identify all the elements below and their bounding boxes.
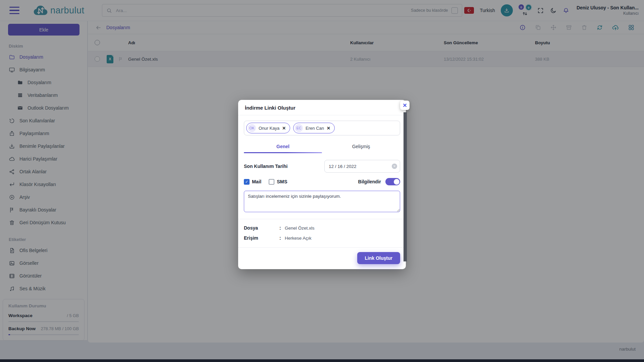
modal-title: İndirme Linki Oluştur xyxy=(238,100,406,115)
clear-date-icon[interactable]: ✕ xyxy=(392,164,397,169)
file-label: Dosya xyxy=(244,225,279,231)
check-icon: ✓ xyxy=(245,180,248,184)
expiry-date-label: Son Kullanım Tarihi xyxy=(244,164,287,169)
modal-tabs: Genel Gelişmiş xyxy=(244,141,400,153)
create-link-button[interactable]: Link Oluştur xyxy=(357,252,400,264)
remove-recipient-icon[interactable]: ✕ xyxy=(282,126,286,131)
recipient-chip: EC Eren Can ✕ xyxy=(293,123,335,133)
divider xyxy=(238,219,406,219)
tab-gelismis[interactable]: Gelişmiş xyxy=(322,141,400,153)
notify-toggle[interactable] xyxy=(385,178,400,185)
modal-scrollbar[interactable] xyxy=(404,112,407,261)
avatar: OK xyxy=(248,124,256,132)
message-textarea[interactable]: Satışları incelemeniz için sizinle payla… xyxy=(244,191,400,212)
sms-checkbox[interactable] xyxy=(269,179,274,185)
access-label: Erişim xyxy=(244,235,279,241)
tab-genel[interactable]: Genel xyxy=(244,141,322,153)
close-icon[interactable]: ✕ xyxy=(400,101,410,110)
mail-checkbox[interactable]: ✓ xyxy=(244,179,250,185)
access-value: Herkese Açık xyxy=(285,236,400,241)
expiry-date-field: ✕ xyxy=(324,160,400,173)
colon-separator: : xyxy=(279,225,285,231)
colon-separator: : xyxy=(279,235,285,241)
recipient-chip: OK Onur Kaya ✕ xyxy=(246,123,290,133)
create-download-link-modal: ✕ İndirme Linki Oluştur OK Onur Kaya ✕ E… xyxy=(238,100,406,269)
remove-recipient-icon[interactable]: ✕ xyxy=(327,126,330,131)
file-value: Genel Özet.xls xyxy=(285,226,400,231)
mail-label: Mail xyxy=(252,179,261,184)
avatar: EC xyxy=(295,124,303,132)
sms-label: SMS xyxy=(277,179,287,184)
notify-label: Bilgilendir xyxy=(358,179,381,184)
expiry-date-input[interactable] xyxy=(324,160,400,173)
recipient-name: Onur Kaya xyxy=(259,126,279,131)
recipients-input[interactable]: OK Onur Kaya ✕ EC Eren Can ✕ xyxy=(244,121,400,135)
recipient-name: Eren Can xyxy=(306,126,324,131)
